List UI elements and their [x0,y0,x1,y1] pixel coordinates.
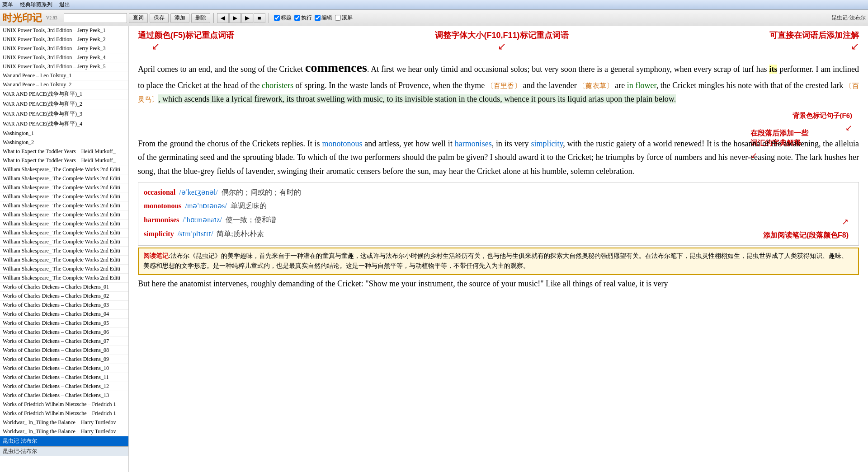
dict-word-1: monotonous [144,200,182,213]
dict-entry-0: occasional /əˈkeɪʒənəl/ 偶尔的；间或的；有时的 [144,186,853,199]
sidebar-item[interactable]: Works of Charles Dickens – Charles Dicke… [0,391,128,400]
menu-item-exit[interactable]: 退出 [59,1,70,9]
sidebar-item[interactable]: Works of Charles Dickens – Charles Dicke… [0,337,128,346]
text-cricket-mingles: , the Cricket mingles his note with that… [656,81,845,90]
text-april: April comes to an end, and the song of t… [138,65,305,74]
text-highlighted: , which ascends like a lyrical firework,… [158,94,676,103]
bracket-thyme: 〔百里香〕 [487,82,521,89]
sidebar-item[interactable]: WAR AND PEACE(战争与和平)_3 [0,109,128,119]
sidebar-item[interactable]: What to Expect the Toddler Years – Heidi… [0,156,128,165]
ann-readnote-text: 添加阅读笔记(段落颜色F8) [763,229,849,242]
sidebar-item[interactable]: Works of Friedrich Wilhelm Nietzsche – F… [0,409,128,418]
dict-entry-1: monotonous /məˈnɒtənəs/ 单调乏味的 [144,200,853,213]
sidebar-item[interactable]: WAR AND PEACE(战争与和平)_4 [0,119,128,129]
sidebar-item[interactable]: William Shakespeare_ The Complete Works … [0,210,128,220]
search-button[interactable]: 查词 [129,13,148,23]
sidebar-item[interactable]: William Shakespeare_ The Complete Works … [0,183,128,192]
paragraph-2: From the ground the chorus of the Cricke… [138,137,859,178]
sidebar-item[interactable]: William Shakespeare_ The Complete Works … [0,174,128,183]
sidebar-item[interactable]: William Shakespeare_ The Complete Works … [0,229,128,238]
sidebar-item[interactable]: William Shakespeare_ The Complete Works … [0,256,128,265]
execute-checkbox[interactable] [294,15,300,21]
content-area[interactable]: 通过颜色(F5)标记重点词语 ↙ 调整字体大小(F10,F11)标记重点词语 ↙… [129,26,868,472]
menu-item-menu[interactable]: 菜单 [2,1,13,9]
text-choristers: choristers [262,81,293,90]
sidebar-item[interactable]: War and Peace – Leo Tolstoy_2 [0,80,128,89]
sidebar[interactable]: UNIX Power Tools, 3rd Edition – Jerry Pe… [0,26,129,472]
title-checkbox[interactable] [274,15,280,21]
sidebar-item[interactable]: William Shakespeare_ The Complete Works … [0,201,128,210]
reading-area: April comes to an end, and the song of t… [129,52,868,299]
add-button[interactable]: 添加 [170,13,189,23]
sidebar-item[interactable]: Worldwar_ In_Tiling the Balance – Harry … [0,427,128,436]
sidebar-item[interactable]: Works of Charles Dickens – Charles Dicke… [0,301,128,310]
edit-checkbox[interactable] [315,15,321,21]
sidebar-item[interactable]: William Shakespeare_ The Complete Works … [0,165,128,174]
text-are: are [613,81,627,90]
save-button[interactable]: 保存 [150,13,169,23]
sidebar-item[interactable]: Works of Charles Dickens – Charles Dicke… [0,292,128,301]
sidebar-item[interactable]: William Shakespeare_ The Complete Works … [0,192,128,201]
sidebar-item[interactable]: Works of Charles Dickens – Charles Dicke… [0,346,128,355]
prev-button[interactable]: ◀ [217,13,229,23]
dict-phonetic-3: /sɪmˈplɪsɪtɪ/ [178,228,213,241]
dict-word-2: harmonises [144,214,179,227]
sidebar-item[interactable]: Works of Charles Dickens – Charles Dicke… [0,319,128,328]
sidebar-item[interactable]: UNIX Power Tools, 3rd Edition – Jerry Pe… [0,26,128,35]
sidebar-item[interactable]: WAR AND PEACE(战争与和平)_2 [0,99,128,109]
ann-fontsize-text: 调整字体大小(F10,F11)标记重点词语 [435,30,568,41]
sidebar-item[interactable]: War and Peace – Leo Tolstoy_1 [0,71,128,80]
sidebar-item[interactable]: Washington_2 [0,138,128,147]
search-input[interactable] [64,13,127,23]
text-atfirst: . At first we hear only timid and occasi… [367,65,769,74]
next-button[interactable]: ▶ [241,13,253,23]
sidebar-item[interactable]: William Shakespeare_ The Complete Works … [0,265,128,274]
title-checkbox-label[interactable]: 标题 [274,14,292,22]
sidebar-item[interactable]: Works of Charles Dickens – Charles Dicke… [0,373,128,382]
sidebar-item[interactable]: William Shakespeare_ The Complete Works … [0,247,128,256]
play-button[interactable]: ▶ [229,13,241,23]
book-info: 昆虫记-法布尔 [831,14,866,22]
toolbar: 时光印记 V2.83 查词 保存 添加 删除 ◀ ▶ ▶ ■ 标题 执行 编辑 … [0,10,868,26]
text-commences: commences [305,61,367,75]
text-itis: It is [307,139,322,148]
edit-checkbox-label[interactable]: 编辑 [315,14,332,22]
scroll-checkbox[interactable] [335,15,341,21]
sidebar-footer: 昆虫记-法布尔 [0,446,128,456]
scroll-checkbox-label[interactable]: 滚屏 [335,14,353,22]
dict-phonetic-1: /məˈnɒtənəs/ [185,200,227,213]
title-bar: 菜单 经典珍藏系列 退出 [0,0,868,10]
execute-checkbox-label[interactable]: 执行 [294,14,312,22]
sidebar-item[interactable]: William Shakespeare_ The Complete Works … [0,274,128,283]
menu-item-series[interactable]: 经典珍藏系列 [20,1,52,9]
sidebar-item[interactable]: William Shakespeare_ The Complete Works … [0,220,128,229]
sidebar-item[interactable]: UNIX Power Tools, 3rd Edition – Jerry Pe… [0,62,128,71]
sidebar-item[interactable]: UNIX Power Tools, 3rd Edition – Jerry Pe… [0,44,128,53]
sidebar-item[interactable]: UNIX Power Tools, 3rd Edition – Jerry Pe… [0,35,128,44]
annotation-addnote: 可直接在词语后添加注解 ↙ [769,30,859,52]
sidebar-item[interactable]: Works of Charles Dickens – Charles Dicke… [0,364,128,373]
stop-button[interactable]: ■ [254,13,265,23]
top-annotations: 通过颜色(F5)标记重点词语 ↙ 调整字体大小(F10,F11)标记重点词语 ↙… [129,26,868,52]
main-area: UNIX Power Tools, 3rd Edition – Jerry Pe… [0,26,868,472]
text-harmonises: harmonises [455,139,492,148]
sidebar-item[interactable]: Works of Charles Dickens – Charles Dicke… [0,382,128,391]
sidebar-item[interactable]: Worldwar_ In_Tiling the Balance – Harry … [0,418,128,427]
sidebar-item[interactable]: Works of Charles Dickens – Charles Dicke… [0,310,128,319]
delete-button[interactable]: 删除 [191,13,210,23]
sidebar-item[interactable]: Works of Friedrich Wilhelm Nietzsche – F… [0,400,128,409]
sidebar-item[interactable]: Washington_1 [0,129,128,138]
sidebar-item[interactable]: Works of Charles Dickens – Charles Dicke… [0,283,128,292]
dict-word-0: occasional [144,186,175,199]
sidebar-item[interactable]: WAR AND PEACE(战争与和平)_1 [0,89,128,99]
sidebar-item[interactable]: Works of Charles Dickens – Charles Dicke… [0,328,128,337]
sidebar-item[interactable]: William Shakespeare_ The Complete Works … [0,238,128,247]
sidebar-item-active[interactable]: 昆虫记-法布尔 [0,436,128,446]
text-inflower: in flower [627,81,656,90]
ann-color-text: 通过颜色(F5)标记重点词语 [138,30,234,41]
sidebar-item[interactable]: Works of Charles Dickens – Charles Dicke… [0,355,128,364]
paragraph-3: But here the anatomist intervenes, rough… [138,277,859,291]
sidebar-item[interactable]: What to Expect the Toddler Years – Heidi… [0,147,128,156]
sidebar-item[interactable]: UNIX Power Tools, 3rd Edition – Jerry Pe… [0,53,128,62]
text-and-artless: and artless, yet how well it [362,139,454,148]
